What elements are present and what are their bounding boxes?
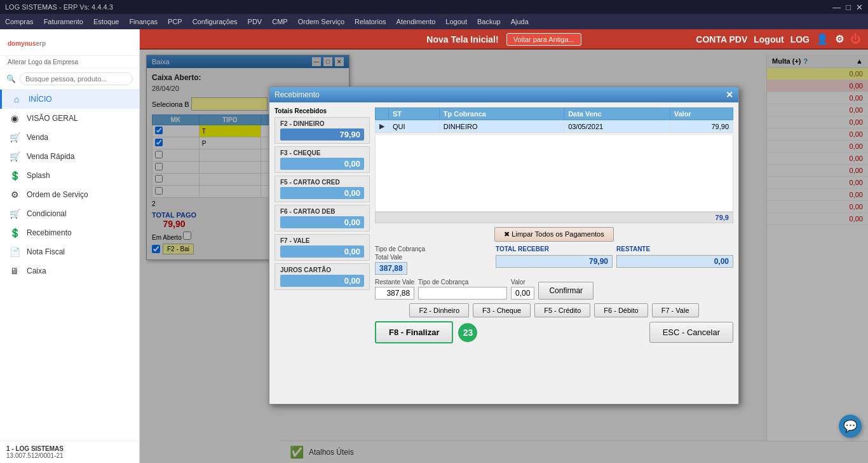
recebimento-table: ST Tp Cobranca Data Venc Valor ▶ — [375, 107, 733, 133]
menu-ajuda[interactable]: Ajuda — [511, 18, 529, 25]
company-cnpj: 13.007.512/0001-21 — [6, 452, 133, 459]
col-arrow — [376, 108, 389, 120]
f5-cartao-cred-block: F5 - CARTAO CRED 0,00 — [275, 176, 370, 202]
menu-financas[interactable]: Finanças — [129, 18, 158, 25]
voltar-antiga-button[interactable]: Voltar para Antiga... — [506, 33, 581, 46]
venda-rapida-icon: 🛒 — [9, 151, 20, 162]
f3-cheque-block: F3 - CHEQUE 0,00 — [275, 146, 370, 173]
conta-pdv-label[interactable]: CONTA PDV — [696, 34, 747, 45]
sidebar-item-caixa-label: Caixa — [27, 266, 46, 275]
tipo-cobranca-input-group: Tipo de Cobrança — [418, 279, 507, 300]
power-icon[interactable]: ⏻ — [850, 34, 860, 45]
clear-btn-container: ✖ Limpar Todos os Pagamentos — [375, 227, 733, 242]
maximize-btn[interactable]: □ — [846, 3, 851, 12]
tipo-cobranca-input[interactable] — [418, 287, 507, 300]
recebimento-modal: Recebimento ✕ Totais Recebidos F2 - DINH… — [269, 86, 739, 404]
restante-row: Restante Vale 387,88 Tipo de Cobrança Va… — [375, 279, 733, 300]
esc-cancelar-button[interactable]: ESC - Cancelar — [649, 322, 733, 343]
menu-bar: Compras Faturamento Estoque Finanças PCP… — [0, 14, 868, 29]
menu-ordem-servico[interactable]: Ordem Serviço — [298, 18, 344, 25]
venda-icon: 🛒 — [9, 132, 20, 142]
clear-icon: ✖ — [504, 230, 510, 238]
splash-icon: 💲 — [9, 170, 20, 181]
menu-atendimento[interactable]: Atendimento — [397, 18, 436, 25]
app-title: LOG SISTEMAS - ERP Vs: 4.4.4.3 — [5, 3, 113, 11]
settings-icon[interactable]: ⚙ — [835, 33, 844, 45]
final-btn-row: F8 - Finalizar 23 ESC - Cancelar — [375, 321, 733, 343]
header-right: CONTA PDV Logout LOG 👤 ⚙ ⏻ — [688, 29, 868, 49]
payment-type-buttons: F2 - Dinheiro F3 - Cheque F5 - Crédito F… — [375, 303, 733, 317]
sidebar: domynuserp Alterar Logo da Empresa 🔍 ⌂ I… — [0, 29, 140, 463]
col-tp-cobranca: Tp Cobranca — [439, 108, 564, 120]
col-st: ST — [389, 108, 440, 120]
nova-tela-text: Nova Tela Inicial! — [426, 34, 498, 45]
menu-logout[interactable]: Logout — [445, 18, 467, 25]
clear-payments-button[interactable]: ✖ Limpar Todos os Pagamentos — [494, 227, 613, 242]
sidebar-item-splash[interactable]: 💲 Splash — [0, 166, 139, 185]
sidebar-item-venda-label: Venda — [27, 133, 48, 142]
confirmar-button[interactable]: Confirmar — [538, 282, 593, 300]
menu-pdv[interactable]: PDV — [248, 18, 262, 25]
sidebar-item-venda[interactable]: 🛒 Venda — [0, 128, 139, 147]
f2-dinheiro-button[interactable]: F2 - Dinheiro — [409, 303, 469, 317]
sidebar-search[interactable]: 🔍 — [0, 69, 139, 90]
sidebar-bottom: 1 - LOG SISTEMAS 13.007.512/0001-21 — [0, 441, 139, 463]
sidebar-item-recebimento-label: Recebimento — [27, 228, 72, 237]
sidebar-item-splash-label: Splash — [27, 171, 50, 180]
sidebar-item-recebimento[interactable]: 💲 Recebimento — [0, 223, 139, 242]
main-layout: domynuserp Alterar Logo da Empresa 🔍 ⌂ I… — [0, 29, 868, 463]
totais-label: Totais Recebidos — [275, 107, 370, 114]
sidebar-item-visao-geral-label: VISÃO GERAL — [27, 114, 78, 123]
f7-vale-block: F7 - VALE 0,00 — [275, 234, 370, 261]
menu-estoque[interactable]: Estoque — [93, 18, 119, 25]
sidebar-item-condicional-label: Condicional — [27, 209, 67, 218]
sidebar-item-venda-rapida-label: Venda Rápida — [27, 152, 74, 161]
search-input[interactable] — [20, 73, 133, 85]
table-summary: 79,9 — [375, 212, 733, 223]
total-receber-group: TOTAL RECEBER 79,90 — [496, 245, 613, 275]
chat-bubble-button[interactable]: 💬 — [839, 415, 862, 438]
sidebar-item-ordem-servico-label: Ordem de Serviço — [27, 190, 88, 199]
top-header: Nova Tela Inicial! Voltar para Antiga...… — [140, 29, 868, 50]
menu-pcp[interactable]: PCP — [168, 18, 182, 25]
restante-vale-group: Restante Vale 387,88 — [375, 279, 414, 300]
sidebar-logo: domynuserp — [0, 29, 139, 56]
badge-number: 23 — [458, 323, 477, 342]
sidebar-company-action[interactable]: Alterar Logo da Empresa — [0, 56, 139, 69]
f5-credito-button[interactable]: F5 - Crédito — [534, 303, 590, 317]
sidebar-item-nota-fiscal[interactable]: 📄 Nota Fiscal — [0, 242, 139, 261]
menu-configuracoes[interactable]: Configurações — [193, 18, 238, 25]
sidebar-item-inicio[interactable]: ⌂ INÍCIO — [0, 90, 139, 109]
f3-cheque-button[interactable]: F3 - Cheque — [473, 303, 531, 317]
caixa-icon: 🖥 — [9, 266, 20, 276]
f8-finalizar-button[interactable]: F8 - Finalizar — [375, 321, 453, 343]
user-icon: 👤 — [816, 33, 829, 45]
sidebar-item-venda-rapida[interactable]: 🛒 Venda Rápida — [0, 147, 139, 166]
close-btn[interactable]: ✕ — [856, 3, 863, 12]
logout-button[interactable]: Logout — [754, 34, 783, 45]
menu-backup[interactable]: Backup — [477, 18, 501, 25]
ordem-servico-icon: ⚙ — [9, 190, 20, 200]
title-bar: LOG SISTEMAS - ERP Vs: 4.4.4.3 — □ ✕ — [0, 0, 868, 14]
col-data-venc: Data Venc — [564, 108, 670, 120]
sidebar-item-condicional[interactable]: 🛒 Condicional — [0, 204, 139, 223]
table-row[interactable]: ▶ QUI DINHEIRO 03/05/2021 79,90 — [376, 120, 733, 133]
sidebar-item-ordem-servico[interactable]: ⚙ Ordem de Serviço — [0, 185, 139, 204]
recebimento-table-panel: ST Tp Cobranca Data Venc Valor ▶ — [375, 107, 733, 343]
modal-overlay: Recebimento ✕ Totais Recebidos F2 - DINH… — [140, 48, 868, 463]
f6-debito-button[interactable]: F6 - Débito — [594, 303, 648, 317]
condicional-icon: 🛒 — [9, 209, 20, 219]
recebimento-icon: 💲 — [9, 228, 20, 238]
sidebar-item-visao-geral[interactable]: ◉ VISÃO GERAL — [0, 109, 139, 128]
nota-fiscal-icon: 📄 — [9, 247, 20, 257]
menu-cmp[interactable]: CMP — [272, 18, 287, 25]
sidebar-item-caixa[interactable]: 🖥 Caixa — [0, 261, 139, 280]
window-controls[interactable]: — □ ✕ — [832, 3, 863, 12]
f7-vale-button[interactable]: F7 - Vale — [652, 303, 699, 317]
menu-relatorios[interactable]: Relatorios — [355, 18, 386, 25]
menu-faturamento[interactable]: Faturamento — [44, 18, 83, 25]
minimize-btn[interactable]: — — [832, 3, 841, 12]
menu-compras[interactable]: Compras — [5, 18, 34, 25]
modal-close-button[interactable]: ✕ — [726, 90, 733, 100]
search-icon: 🔍 — [6, 74, 16, 83]
